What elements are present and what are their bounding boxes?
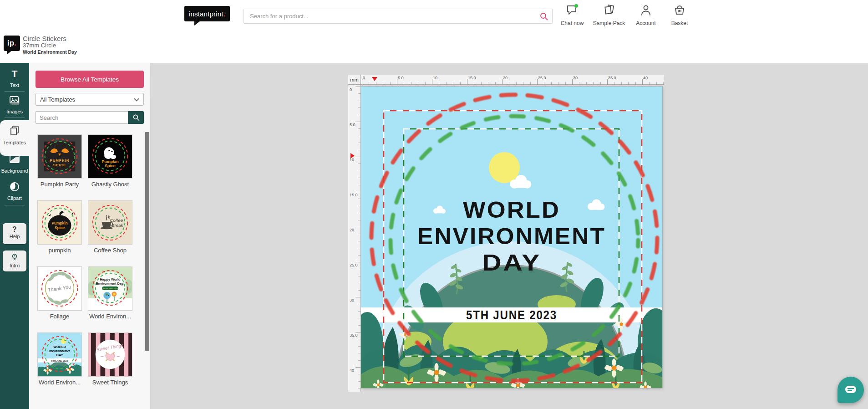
clipart-icon	[9, 181, 20, 192]
intro-label: Intro	[3, 263, 26, 268]
svg-text:Spice: Spice	[55, 225, 65, 230]
sticker-design[interactable]: WORLD ENVIRONMENT DAY 5TH JUNE 2023	[361, 87, 662, 388]
sidebar-label: Images	[0, 109, 29, 114]
nav-basket[interactable]: Basket	[660, 4, 699, 26]
sidebar-item-text[interactable]: T Text	[0, 68, 29, 88]
sidebar-label: Templates	[0, 140, 29, 145]
svg-text:SPICE: SPICE	[53, 163, 66, 167]
chevron-down-icon	[134, 97, 139, 103]
logo-tail	[194, 21, 200, 26]
template-thumbnail: Pumpkin Spice	[88, 134, 132, 179]
svg-text:DAY: DAY	[56, 353, 63, 357]
svg-text:Spice: Spice	[105, 164, 116, 168]
svg-text:Environment Day!: Environment Day!	[96, 281, 125, 286]
sidebar-item-background[interactable]: Background	[0, 154, 29, 174]
sidebar-divider	[5, 205, 25, 205]
sidebar-label: Background	[0, 168, 29, 174]
template-name: World Environ...	[37, 379, 82, 386]
sidebar-item-templates[interactable]: Templates	[0, 120, 29, 156]
svg-text:T: T	[12, 68, 18, 79]
chat-icon	[565, 4, 579, 17]
template-thumbnail: PUMPKIN SPICE	[37, 134, 82, 179]
template-thumbnail: WORLD ENVIRONMENT DAY 5TH JUNE 2023	[37, 332, 82, 377]
nav-sample-pack[interactable]: Sample Pack	[590, 4, 628, 26]
template-search-input[interactable]	[36, 112, 128, 123]
account-icon	[639, 4, 653, 17]
template-name: Pumpkin Party	[37, 181, 82, 188]
ruler-cursor-marker-vertical	[350, 153, 355, 158]
template-name: Coffee Shop	[88, 247, 132, 254]
ip-logo-tail	[7, 51, 12, 55]
sidebar-divider	[5, 118, 25, 118]
bulb-icon	[10, 253, 19, 261]
sidebar-item-clipart[interactable]: Clipart	[0, 181, 29, 201]
template-world-environment-green[interactable]: Happy World Environment Day! 5th of June…	[88, 266, 132, 320]
intro-button[interactable]: Intro	[3, 251, 26, 271]
template-thumbnail: Happy World Environment Day! 5th of June…	[88, 266, 132, 311]
sidebar-item-images[interactable]: Images	[0, 95, 29, 114]
template-coffee-shop[interactable]: Coffee Break Coffee Shop	[88, 200, 132, 254]
sidebar-label: Text	[0, 82, 29, 88]
date-text[interactable]: 5TH JUNE 2023	[466, 308, 557, 322]
template-name: pumpkin	[37, 247, 82, 254]
template-thumbnail: Pumpkin Spice	[37, 200, 82, 245]
svg-text:PUMPKIN: PUMPKIN	[50, 158, 70, 163]
template-thumbnail: Thank You	[37, 266, 82, 311]
logo-dot: .	[223, 10, 225, 18]
basket-icon	[672, 4, 687, 17]
site-header: instantprint. Chat now Sample Pack	[0, 0, 868, 31]
template-thumbnail: Sweet Things	[88, 332, 132, 377]
nav-label: Account	[627, 20, 665, 26]
svg-text:WORLD: WORLD	[53, 345, 66, 349]
search-icon[interactable]	[539, 12, 548, 23]
nav-label: Sample Pack	[590, 20, 628, 26]
template-name: Ghastly Ghost	[88, 181, 132, 188]
nav-account[interactable]: Account	[627, 4, 665, 26]
chat-launcher-button[interactable]	[838, 377, 864, 403]
template-pumpkin-party[interactable]: PUMPKIN SPICE Pumpkin Party	[37, 134, 82, 188]
svg-text:5th of June 2023: 5th of June 2023	[103, 287, 118, 290]
template-name: Foliage	[37, 313, 82, 320]
templates-icon	[9, 125, 20, 137]
nav-label: Basket	[660, 20, 699, 26]
sidebar-divider	[5, 91, 25, 92]
canvas-workspace: mm 0 5.0 10 15.0 20 25.0 30 35.0 40 0 5.…	[150, 63, 868, 409]
search-icon	[132, 114, 140, 121]
sample-pack-icon	[602, 4, 616, 17]
product-search	[244, 9, 553, 24]
ip-logo-dot: .	[14, 39, 16, 47]
template-pumpkin[interactable]: Pumpkin Spice pumpkin	[37, 200, 82, 254]
product-search-input[interactable]	[244, 9, 552, 23]
nav-chat-now[interactable]: Chat now	[553, 4, 591, 26]
svg-text:5TH JUNE 2023: 5TH JUNE 2023	[51, 360, 68, 362]
sidebar-label: Clipart	[0, 195, 29, 201]
instantprint-logo[interactable]: instantprint.	[184, 6, 230, 21]
template-name: World Environment Day	[23, 49, 77, 55]
template-sweet-things[interactable]: Sweet Things Sweet Things	[88, 332, 132, 386]
svg-text:Happy World: Happy World	[100, 277, 120, 281]
editor-titlebar: ip. Circle Stickers 37mm Circle World En…	[0, 31, 868, 63]
svg-text:Pumpkin: Pumpkin	[102, 159, 118, 164]
logo-text: instantprint	[189, 10, 223, 18]
template-world-environment-blue[interactable]: WORLD ENVIRONMENT DAY 5TH JUNE 2023 Worl…	[37, 332, 82, 386]
template-foliage[interactable]: Thank You Foliage	[37, 266, 82, 320]
template-search-button[interactable]	[128, 111, 144, 124]
template-name: World Environ...	[88, 313, 132, 320]
templates-panel: Browse All Templates All Templates PUMPK…	[29, 63, 150, 409]
tool-sidebar: T Text Images Templates Background Clipa…	[0, 63, 29, 409]
ruler-horizontal: 0 5.0 10 15.0 20 25.0 30 35.0 40	[361, 75, 664, 85]
panel-scrollbar[interactable]	[145, 132, 149, 351]
help-label: Help	[3, 234, 26, 239]
filter-value: All Templates	[40, 96, 75, 103]
ruler-vertical: 0 5.0 10 15.0 20 25.0 30 35.0 40	[348, 85, 361, 392]
headline-line3: DAY	[482, 250, 541, 276]
text-icon: T	[9, 68, 20, 79]
template-ghastly-ghost[interactable]: Pumpkin Spice Ghastly Ghost	[88, 134, 132, 188]
browse-all-templates-button[interactable]: Browse All Templates	[36, 71, 144, 88]
product-name: Circle Stickers	[23, 35, 77, 42]
ruler-cursor-marker-horizontal	[372, 77, 377, 81]
ip-logo[interactable]: ip.	[4, 36, 20, 51]
design-canvas[interactable]: WORLD ENVIRONMENT DAY 5TH JUNE 2023	[361, 87, 662, 388]
template-filter-select[interactable]: All Templates	[36, 93, 144, 106]
help-button[interactable]: ? Help	[3, 223, 26, 244]
